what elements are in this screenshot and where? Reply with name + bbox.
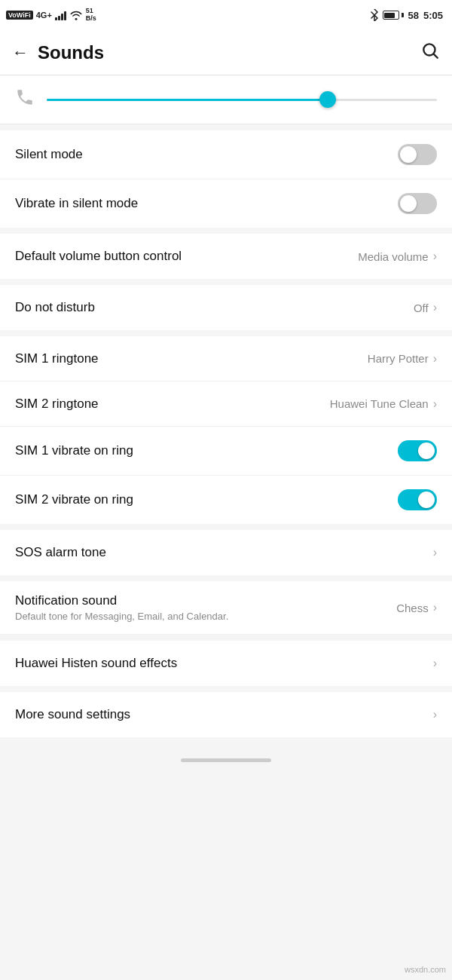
sim2-vibrate-label: SIM 2 vibrate on ring bbox=[15, 492, 133, 507]
notification-sound-right: Chess › bbox=[396, 601, 437, 614]
sos-alarm-label: SOS alarm tone bbox=[15, 545, 106, 560]
page-title: Sounds bbox=[38, 42, 104, 63]
battery-percent: 58 bbox=[408, 10, 419, 21]
sos-alarm-row[interactable]: SOS alarm tone › bbox=[0, 530, 452, 575]
notification-sound-title: Notification sound bbox=[15, 593, 396, 608]
network-speed: 51 B/s bbox=[86, 8, 96, 23]
more-settings-label: More sound settings bbox=[15, 707, 130, 722]
sim2-ringtone-label: SIM 2 ringtone bbox=[15, 397, 99, 412]
sim1-ringtone-value: Harry Potter bbox=[368, 352, 429, 365]
dnd-section: Do not disturb Off › bbox=[0, 285, 452, 330]
battery-icon bbox=[383, 11, 404, 20]
status-right: 58 5:05 bbox=[371, 9, 444, 21]
histen-row[interactable]: Huawei Histen sound effects › bbox=[0, 641, 452, 686]
sim1-vibrate-toggle[interactable] bbox=[398, 440, 437, 461]
vibrate-silent-row[interactable]: Vibrate in silent mode bbox=[0, 179, 452, 228]
sim2-ringtone-value: Huawei Tune Clean bbox=[330, 397, 429, 410]
wifi-icon bbox=[69, 10, 83, 20]
silent-mode-row[interactable]: Silent mode bbox=[0, 130, 452, 179]
sim2-ringtone-row[interactable]: SIM 2 ringtone Huawei Tune Clean › bbox=[0, 381, 452, 427]
sim1-vibrate-label: SIM 1 vibrate on ring bbox=[15, 443, 133, 458]
sim1-ringtone-right: Harry Potter › bbox=[368, 352, 437, 366]
search-icon bbox=[420, 41, 440, 60]
volume-row bbox=[0, 75, 452, 124]
more-settings-row[interactable]: More sound settings › bbox=[0, 692, 452, 737]
sim2-ringtone-chevron: › bbox=[433, 397, 437, 411]
sos-alarm-chevron: › bbox=[433, 546, 437, 559]
notification-section: Notification sound Default tone for Mess… bbox=[0, 581, 452, 635]
notification-sound-value: Chess bbox=[396, 602, 429, 614]
sim2-ringtone-right: Huawei Tune Clean › bbox=[330, 397, 437, 411]
volume-control-label: Default volume button control bbox=[15, 249, 182, 264]
notification-sound-row[interactable]: Notification sound Default tone for Mess… bbox=[0, 581, 452, 635]
sos-section: SOS alarm tone › bbox=[0, 530, 452, 575]
dnd-row[interactable]: Do not disturb Off › bbox=[0, 285, 452, 330]
sim1-ringtone-chevron: › bbox=[433, 352, 437, 366]
bluetooth-icon bbox=[371, 9, 378, 21]
sos-alarm-right: › bbox=[433, 546, 437, 559]
notification-sound-chevron: › bbox=[433, 601, 437, 614]
vibrate-silent-label: Vibrate in silent mode bbox=[15, 196, 138, 211]
status-left: VoWiFi 4G+ 51 B/s bbox=[6, 8, 96, 23]
phone-icon bbox=[15, 87, 35, 112]
more-settings-section: More sound settings › bbox=[0, 692, 452, 737]
volume-control-section: Default volume button control Media volu… bbox=[0, 234, 452, 279]
notification-left: Notification sound Default tone for Mess… bbox=[15, 593, 396, 622]
sim2-vibrate-toggle[interactable] bbox=[398, 489, 437, 510]
more-settings-chevron: › bbox=[433, 708, 437, 721]
histen-label: Huawei Histen sound effects bbox=[15, 656, 177, 671]
silent-vibrate-section: Silent mode Vibrate in silent mode bbox=[0, 130, 452, 228]
dnd-right: Off › bbox=[414, 301, 437, 314]
signal-bars bbox=[55, 10, 66, 20]
sim-section: SIM 1 ringtone Harry Potter › SIM 2 ring… bbox=[0, 336, 452, 524]
histen-right: › bbox=[433, 657, 437, 670]
sim2-vibrate-row[interactable]: SIM 2 vibrate on ring bbox=[0, 476, 452, 524]
volume-control-chevron: › bbox=[433, 250, 437, 263]
sim1-ringtone-label: SIM 1 ringtone bbox=[15, 351, 99, 366]
network-type: 4G+ bbox=[36, 11, 52, 20]
home-bar[interactable] bbox=[181, 758, 271, 762]
watermark: wsxdn.com bbox=[405, 965, 446, 974]
content: Silent mode Vibrate in silent mode Defau… bbox=[0, 75, 452, 774]
volume-slider[interactable] bbox=[47, 92, 437, 107]
silent-mode-label: Silent mode bbox=[15, 147, 83, 162]
sim1-ringtone-row[interactable]: SIM 1 ringtone Harry Potter › bbox=[0, 336, 452, 381]
header: ← Sounds bbox=[0, 30, 452, 75]
histen-chevron: › bbox=[433, 657, 437, 670]
more-settings-right: › bbox=[433, 708, 437, 721]
header-left: ← Sounds bbox=[12, 42, 104, 63]
notification-sound-subtitle: Default tone for Messaging, Email, and C… bbox=[15, 611, 396, 622]
dnd-label: Do not disturb bbox=[15, 300, 95, 315]
histen-section: Huawei Histen sound effects › bbox=[0, 641, 452, 686]
search-button[interactable] bbox=[420, 41, 440, 65]
status-bar: VoWiFi 4G+ 51 B/s 58 5:05 bbox=[0, 0, 452, 30]
back-button[interactable]: ← bbox=[12, 43, 29, 63]
dnd-value: Off bbox=[414, 302, 429, 314]
sim1-vibrate-row[interactable]: SIM 1 vibrate on ring bbox=[0, 427, 452, 476]
home-indicator bbox=[0, 743, 452, 774]
volume-control-row[interactable]: Default volume button control Media volu… bbox=[0, 234, 452, 279]
vibrate-silent-toggle[interactable] bbox=[398, 193, 437, 214]
dnd-chevron: › bbox=[433, 301, 437, 314]
clock: 5:05 bbox=[423, 10, 443, 21]
volume-control-value: Media volume bbox=[358, 250, 428, 263]
silent-mode-toggle[interactable] bbox=[398, 144, 437, 165]
vowifi-badge: VoWiFi bbox=[6, 11, 33, 20]
volume-control-right: Media volume › bbox=[358, 250, 437, 263]
